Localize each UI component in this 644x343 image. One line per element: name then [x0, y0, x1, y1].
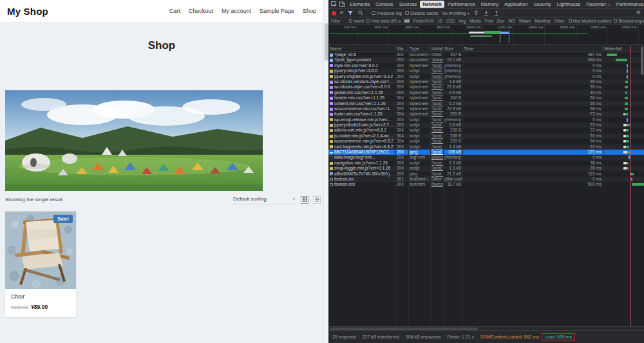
search-icon[interactable]	[357, 10, 365, 17]
tab-performance[interactable]: Performance	[445, 1, 478, 8]
network-request-row[interactable]: ?post_type=product200document?page...13.…	[328, 57, 644, 63]
initiator-link[interactable]: ?post_...	[431, 68, 443, 73]
network-request-row[interactable]: data:image/svg+xml...200svg+xmlwooco...(…	[328, 155, 644, 160]
network-settings-gear-icon[interactable]: ⚙	[636, 10, 641, 16]
network-request-row[interactable]: navigation.min.js?ver=1.1.26200script?po…	[328, 161, 644, 166]
initiator-link[interactable]: ?post_...	[431, 95, 443, 100]
network-conditions-icon[interactable]	[473, 10, 480, 17]
initiator-link[interactable]: ?post_...	[431, 133, 443, 138]
network-request-row[interactable]: header.min.css?ver=1.1.26304stylesheet?p…	[328, 95, 644, 101]
export-har-icon[interactable]	[493, 10, 500, 17]
nav-link-cart[interactable]: Cart	[169, 8, 180, 14]
initiator-link[interactable]: ?post_...	[431, 90, 443, 95]
filter-pill-doc[interactable]: Doc	[496, 19, 506, 23]
initiator-link[interactable]: ?post_...	[431, 117, 443, 122]
initiator-link[interactable]: ?post_...	[431, 144, 443, 149]
column-header-sta[interactable]: Sta...	[395, 45, 408, 52]
initiator-link[interactable]: ?post_...	[431, 106, 443, 111]
tab-network[interactable]: Network	[420, 1, 444, 8]
initiator-link[interactable]: ?post_...	[431, 112, 443, 116]
import-har-icon[interactable]	[483, 10, 490, 17]
filter-pill-other[interactable]: Other	[553, 19, 566, 23]
tab-memory[interactable]: Memory	[478, 1, 501, 8]
initiator-link[interactable]: ?post_...	[431, 63, 443, 68]
network-request-row[interactable]: woocommerce.min.css?ver=1.1.26200stylesh…	[328, 106, 644, 112]
network-request-row[interactable]: style.min.css?ver=6.0.1200stylesheet?pos…	[328, 63, 644, 68]
network-request-row[interactable]: wc-blocks-style.css?ver=8.0.0200styleshe…	[328, 84, 644, 90]
network-request-row[interactable]: favicon.ico/200text/htmlfavicon...11.7 k…	[328, 182, 644, 187]
product-title[interactable]: Chair	[11, 293, 70, 300]
disable-cache-checkbox[interactable]: Disable cache	[405, 11, 439, 15]
network-request-row[interactable]: add-to-cart.min.js?ver=6.8.2304script?po…	[328, 128, 644, 133]
filter-pill-media[interactable]: Media	[468, 19, 482, 23]
initiator-link[interactable]: ?page...	[431, 57, 443, 62]
hide-data-urls-checkbox[interactable]: Hide data URLs	[366, 19, 401, 23]
grid-view-button[interactable]	[301, 196, 308, 204]
invert-checkbox[interactable]: Invert	[349, 19, 364, 23]
device-toolbar-icon[interactable]	[339, 1, 346, 8]
filter-pill-all[interactable]: All	[403, 19, 410, 23]
nav-link-my-account[interactable]: My account	[222, 8, 251, 14]
tab-security[interactable]: Security	[531, 1, 554, 8]
tab-sources[interactable]: Sources	[397, 1, 420, 8]
tab-elements[interactable]: Elements	[347, 1, 372, 8]
network-request-row[interactable]: wc-blocks-vendors-style.css?ver=8.0.0200…	[328, 79, 644, 84]
network-request-row[interactable]: jquery-migrate.min.js?ver=3.3.2200script…	[328, 74, 644, 79]
tab-lighthouse[interactable]: Lighthouse	[554, 1, 583, 8]
record-button[interactable]	[332, 11, 336, 15]
product-image[interactable]: Sale!	[5, 211, 76, 289]
preserve-log-checkbox[interactable]: Preserve log	[372, 11, 402, 15]
initiator-link[interactable]: ?post_...	[431, 101, 443, 106]
filter-pill-img[interactable]: Img	[457, 19, 467, 23]
filter-pill-fetch-xhr[interactable]: Fetch/XHR	[412, 19, 435, 23]
filter-pill-js[interactable]: JS	[436, 19, 444, 23]
site-logo[interactable]: My Shop	[7, 6, 48, 17]
column-header-size[interactable]: Size	[443, 45, 462, 52]
network-request-row[interactable]: cart-fragments.min.js?ver=6.8.2200script…	[328, 144, 644, 150]
tab-recorder[interactable]: Recorder⚠	[583, 1, 612, 8]
inspect-element-icon[interactable]	[330, 1, 337, 8]
tab-console[interactable]: Console	[373, 1, 396, 8]
sorting-select[interactable]: Default sorting ▾	[232, 195, 296, 204]
initiator-link[interactable]: ?post_...	[431, 79, 443, 84]
initiator-link[interactable]: wooco...	[431, 155, 443, 159]
page-scrollbar[interactable]	[323, 0, 328, 343]
product-card[interactable]: Sale! Chair ¥200.00 ¥89.00	[5, 211, 76, 317]
column-header-waterfall[interactable]: Waterfall	[603, 45, 644, 52]
devtools-scrollbar-thumb[interactable]	[641, 46, 643, 75]
filter-pill-css[interactable]: CSS	[445, 19, 456, 23]
nav-link-shop[interactable]: Shop	[303, 8, 316, 14]
network-request-row[interactable]: wp-emoji-release.min.js?ver=6.0.1200scri…	[328, 117, 644, 122]
network-request-row[interactable]: content.min.css?ver=1.1.26200stylesheet?…	[328, 101, 644, 106]
filter-input[interactable]: Filter	[331, 19, 346, 23]
initiator-link[interactable]: ?post_...	[431, 139, 443, 143]
filter-pill-font[interactable]: Font	[484, 19, 495, 23]
list-view-button[interactable]	[313, 196, 321, 204]
network-request-row[interactable]: woocommerce.min.js?ver=6.8.2304script?po…	[328, 139, 644, 144]
blocked-requests-checkbox[interactable]: Blocked requests	[614, 19, 644, 23]
has-blocked-cookies-checkbox[interactable]: Has blocked cookies	[569, 19, 612, 23]
network-request-row[interactable]: ?page_id=6302document /...Other307 B387 …	[328, 52, 644, 57]
initiator-link[interactable]: ?post_...	[431, 122, 443, 127]
initiator-link[interactable]: ?post_...	[431, 172, 443, 176]
network-overview[interactable]: 200 ms400 ms600 ms800 ms1000 ms1200 ms14…	[328, 24, 644, 45]
filter-funnel-icon[interactable]	[347, 10, 354, 17]
tab-performance-insights[interactable]: Performance insights⚠	[614, 1, 644, 8]
filter-pill-manifest[interactable]: Manifest	[533, 19, 552, 23]
initiator-link[interactable]: ?post_...	[431, 74, 443, 79]
initiator-link[interactable]: ?post_...	[431, 128, 443, 132]
network-request-row[interactable]: 88C711A685A816D9F125CCC3E6231B3...200jpe…	[328, 150, 644, 155]
column-header-time[interactable]: Time	[462, 45, 603, 52]
network-request-row[interactable]: jquery.blockUI.min.js?ver=2.7.0-wc.6.8.2…	[328, 122, 644, 128]
network-request-row[interactable]: global.min.css?ver=1.1.26200stylesheet?p…	[328, 90, 644, 95]
clear-icon[interactable]: ⊘	[339, 10, 344, 16]
network-request-row[interactable]: footer.min.css?ver=1.1.26304stylesheet?p…	[328, 112, 644, 117]
initiator-link[interactable]: ?post_...	[431, 150, 443, 154]
initiator-link[interactable]: ?post_...	[431, 166, 443, 170]
throttling-select[interactable]: No throttling ▾	[442, 11, 469, 15]
filter-pill-ws[interactable]: WS	[507, 19, 516, 23]
network-request-row[interactable]: js.cookie.min.js?ver=2.1.4-wc.6.8.2304sc…	[328, 133, 644, 139]
initiator-link[interactable]: ?post_...	[431, 161, 443, 165]
nav-link-checkout[interactable]: Checkout	[189, 8, 213, 14]
network-request-row[interactable]: a8bd60f475c7b746-300x300.jpeg200jpeg?pos…	[328, 172, 644, 177]
